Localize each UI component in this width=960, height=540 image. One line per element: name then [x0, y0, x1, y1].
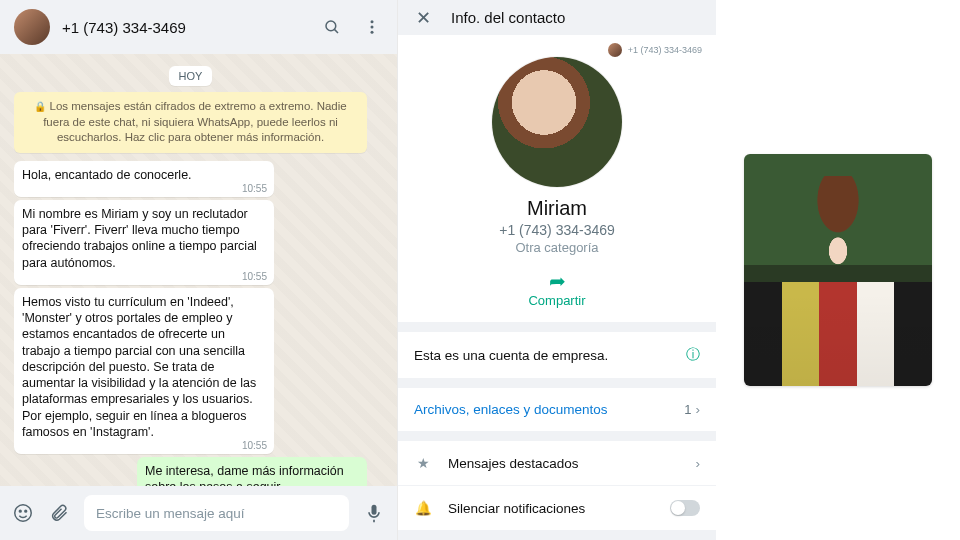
message-text: Mi nombre es Miriam y soy un reclutador … [22, 207, 257, 270]
svg-point-4 [371, 31, 374, 34]
contact-info-panel: ✕ Info. del contacto +1 (743) 334-3469 M… [398, 0, 716, 540]
star-icon: ★ [414, 455, 432, 471]
message-time: 10:55 [242, 439, 267, 452]
message-input[interactable] [84, 495, 349, 531]
profile-card: +1 (743) 334-3469 Miriam +1 (743) 334-34… [398, 35, 716, 322]
svg-point-6 [19, 510, 21, 512]
lock-icon: 🔒 [34, 101, 46, 112]
mute-label: Silenciar notificaciones [448, 501, 670, 516]
chat-title[interactable]: +1 (743) 334-3469 [62, 19, 309, 36]
business-text: Esta es una cuenta de empresa. [414, 348, 686, 363]
mute-row[interactable]: 🔔 Silenciar notificaciones [398, 485, 716, 530]
avatar [608, 43, 622, 57]
tiny-phone: +1 (743) 334-3469 [628, 45, 702, 55]
starred-label: Mensajes destacados [448, 456, 696, 471]
svg-line-1 [334, 29, 338, 33]
search-icon[interactable] [321, 16, 343, 38]
mic-icon[interactable] [363, 502, 385, 524]
message-text: Me interesa, dame más información sobre … [145, 464, 344, 486]
attach-icon[interactable] [48, 502, 70, 524]
menu-icon[interactable] [361, 16, 383, 38]
message-time: 10:55 [242, 270, 267, 283]
info-header: ✕ Info. del contacto [398, 0, 716, 35]
share-label: Compartir [528, 293, 585, 308]
svg-point-0 [326, 21, 336, 31]
starred-row[interactable]: ★ Mensajes destacados › [398, 441, 716, 485]
chat-input-bar [0, 486, 397, 540]
encryption-notice[interactable]: 🔒 Los mensajes están cifrados de extremo… [14, 92, 367, 153]
chat-panel: +1 (743) 334-3469 HOY 🔒 Los mensajes est… [0, 0, 398, 540]
avatar[interactable] [14, 9, 50, 45]
message-time: 10:55 [242, 182, 267, 195]
avatar[interactable] [492, 57, 622, 187]
close-icon[interactable]: ✕ [416, 7, 431, 29]
media-row[interactable]: Archivos, enlaces y documentos 1 › [398, 388, 716, 431]
mute-toggle[interactable] [670, 500, 700, 516]
message-in[interactable]: Mi nombre es Miriam y soy un reclutador … [14, 200, 274, 285]
encryption-text: Los mensajes están cifrados de extremo a… [43, 100, 347, 143]
contact-photo[interactable] [744, 154, 932, 386]
emoji-icon[interactable] [12, 502, 34, 524]
chat-header: +1 (743) 334-3469 [0, 0, 397, 54]
photo-panel [716, 0, 960, 540]
info-icon: ⓘ [686, 346, 700, 364]
info-title: Info. del contacto [451, 9, 565, 26]
chat-body[interactable]: HOY 🔒 Los mensajes están cifrados de ext… [0, 54, 397, 486]
contact-phone: +1 (743) 334-3469 [398, 222, 716, 238]
contact-name: Miriam [398, 197, 716, 220]
date-chip: HOY [169, 66, 213, 86]
bell-icon: 🔔 [414, 500, 432, 516]
tiny-contact-chip: +1 (743) 334-3469 [608, 43, 702, 57]
share-button[interactable]: ➦ Compartir [398, 269, 716, 308]
business-account-row[interactable]: Esta es una cuenta de empresa. ⓘ [398, 332, 716, 378]
media-count: 1 [684, 402, 691, 417]
media-label: Archivos, enlaces y documentos [414, 402, 684, 417]
svg-point-2 [371, 20, 374, 23]
svg-point-3 [371, 26, 374, 29]
chevron-right-icon: › [696, 456, 701, 471]
message-in[interactable]: Hemos visto tu currículum en 'Indeed', '… [14, 288, 274, 454]
options-card: ★ Mensajes destacados › 🔔 Silenciar noti… [398, 441, 716, 530]
svg-point-5 [15, 505, 32, 522]
message-text: Hemos visto tu currículum en 'Indeed', '… [22, 295, 256, 439]
share-icon: ➦ [398, 269, 716, 293]
message-out[interactable]: Me interesa, dame más información sobre … [137, 457, 367, 486]
message-text: Hola, encantado de conocerle. [22, 168, 192, 182]
chevron-right-icon: › [696, 402, 701, 417]
contact-category: Otra categoría [398, 240, 716, 255]
svg-point-7 [25, 510, 27, 512]
message-in[interactable]: Hola, encantado de conocerle.10:55 [14, 161, 274, 197]
